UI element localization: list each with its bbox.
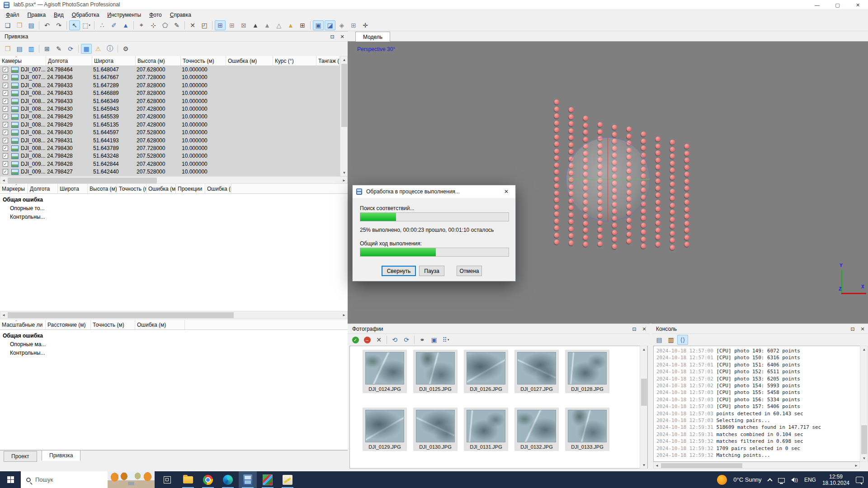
column-header[interactable]: Широта — [92, 56, 136, 66]
minimize-button[interactable]: — — [807, 0, 827, 10]
view-info-icon[interactable]: ⓘ — [104, 44, 115, 54]
column-header[interactable]: Точность (м) — [91, 320, 135, 329]
menu-tools[interactable]: Инструменты — [103, 11, 145, 19]
show-grid-icon[interactable]: ⊞ — [348, 20, 359, 30]
scroll-left-icon[interactable]: ◄ — [0, 311, 7, 319]
preview-icon[interactable]: ▣ — [429, 335, 439, 345]
camera-row[interactable]: ✓DJI_008...24.79843151.644193207.6280001… — [0, 137, 340, 145]
tab-model[interactable]: Модель — [355, 32, 390, 42]
tree-row[interactable]: Контрольны... — [10, 350, 45, 356]
navigation-icon[interactable]: ◈ — [336, 20, 347, 30]
camera-row[interactable]: ✓DJI_009...24.79842851.642844207.4280001… — [0, 160, 340, 168]
notification-center-icon[interactable] — [856, 477, 863, 483]
column-header[interactable]: Тангаж (°) — [316, 56, 340, 66]
column-header[interactable]: Ошибка (м) — [135, 320, 185, 329]
search-highlight-image[interactable] — [108, 471, 155, 488]
capture-reference-icon[interactable]: ▥ — [26, 44, 37, 54]
undo-icon[interactable]: ↶ — [42, 20, 52, 30]
tree-row[interactable]: Опорные ма... — [10, 341, 46, 347]
draw-polygon-icon[interactable]: ⬠ — [160, 20, 170, 30]
rotate-left-icon[interactable]: ⟲ — [389, 335, 400, 345]
camera-row[interactable]: ✓DJI_008...24.79842851.643248207.5280001… — [0, 152, 340, 160]
view-mesh-shaded-icon[interactable]: ▲ — [250, 20, 261, 30]
photo-thumbnail[interactable]: DJI_0132.JPG — [514, 408, 559, 451]
camera-checkbox[interactable]: ✓ — [3, 169, 8, 174]
camera-checkbox[interactable]: ✓ — [3, 67, 8, 72]
scripting-icon[interactable]: ⟨⟩ — [677, 335, 688, 345]
mesh-edit-icon[interactable]: ✐ — [108, 20, 119, 30]
network-icon[interactable] — [778, 478, 785, 483]
new-document-icon[interactable]: ❏ — [2, 20, 13, 30]
photoscan-button[interactable] — [239, 471, 257, 488]
camera-row[interactable]: ✓DJI_008...24.79843351.646349207.6280001… — [0, 98, 340, 105]
scroll-thumb[interactable] — [661, 463, 742, 468]
edit-pen-icon[interactable]: ✎ — [53, 44, 64, 54]
remove-photo-icon[interactable]: ✕ — [373, 335, 384, 345]
sketch-app-button[interactable] — [278, 471, 297, 488]
tray-expand-icon[interactable] — [767, 478, 772, 483]
column-header[interactable]: Точность (м) — [181, 56, 226, 66]
camera-checkbox[interactable]: ✓ — [3, 106, 8, 112]
column-header[interactable]: Камеры^ — [0, 56, 46, 66]
column-header[interactable]: Ошибка (м) — [226, 56, 273, 66]
camera-row[interactable]: ✓DJI_009...24.79842751.642440207.5280001… — [0, 168, 340, 176]
start-button[interactable] — [0, 471, 21, 488]
scroll-up-icon[interactable]: ▲ — [860, 346, 868, 352]
optimize-cameras-icon[interactable]: ▦ — [81, 44, 92, 54]
delete-icon[interactable]: ✕ — [187, 20, 198, 30]
scroll-down-icon[interactable]: ▼ — [640, 462, 648, 468]
file-explorer-button[interactable] — [179, 471, 197, 488]
tree-row[interactable]: Контрольны... — [10, 214, 45, 220]
dock-tab-привязка[interactable]: Привязка — [42, 450, 80, 461]
menu-file[interactable]: Файл — [2, 11, 24, 19]
view-cloud-class-icon[interactable]: ⊠ — [238, 20, 249, 30]
column-header[interactable]: Высота (м) — [88, 184, 117, 193]
menu-help[interactable]: Справка — [166, 11, 195, 19]
view-errors-icon[interactable]: ⚠ — [93, 44, 104, 54]
view-estimated-icon[interactable]: ⊞ — [42, 44, 52, 54]
menu-view[interactable]: Вид — [50, 11, 68, 19]
photo-thumbnail[interactable]: DJI_0128.JPG — [565, 350, 609, 393]
photo-thumbnail[interactable]: DJI_0133.JPG — [565, 408, 609, 451]
dialog-close-icon[interactable]: ✕ — [497, 185, 515, 198]
camera-checkbox[interactable]: ✓ — [3, 90, 8, 96]
scroll-left-icon[interactable]: ◄ — [0, 177, 7, 184]
photo-thumbnail[interactable]: DJI_0124.JPG — [363, 350, 407, 393]
scroll-thumb[interactable] — [8, 178, 157, 183]
photo-thumbnail[interactable]: DJI_0131.JPG — [464, 408, 508, 451]
camera-row[interactable]: ✓DJI_008...24.79843351.647289207.8280001… — [0, 82, 340, 89]
column-header[interactable]: Широта — [58, 184, 88, 193]
photo-thumbnail[interactable]: DJI_0129.JPG — [363, 408, 407, 451]
scroll-up-icon[interactable]: ▲ — [340, 56, 348, 63]
column-header[interactable]: Ошибка (м) — [146, 184, 176, 193]
crop-region-icon[interactable]: ◰ — [199, 20, 210, 30]
scroll-thumb[interactable] — [641, 379, 647, 406]
camera-row[interactable]: ✓DJI_007...24.79846451.648047207.6280001… — [0, 66, 340, 74]
settings-wrench-icon[interactable]: ⚙ — [120, 44, 131, 54]
binoculars-icon[interactable]: ⚭ — [417, 335, 428, 345]
task-view-button[interactable] — [158, 471, 176, 488]
speaker-icon[interactable]: )) — [791, 477, 798, 483]
save-icon[interactable]: ▤ — [26, 20, 37, 30]
camera-checkbox[interactable]: ✓ — [3, 145, 8, 151]
console-hscrollbar[interactable]: ◄ ► — [653, 462, 860, 469]
camera-checkbox[interactable]: ✓ — [3, 114, 8, 119]
scroll-thumb[interactable] — [861, 425, 867, 454]
photo-thumbnail[interactable]: DJI_0125.JPG — [413, 350, 458, 393]
tree-row[interactable]: Общая ошибка — [3, 333, 43, 339]
point-cloud-icon[interactable]: ∴ — [97, 20, 108, 30]
photo-thumbnail[interactable]: DJI_0127.JPG — [514, 350, 559, 393]
menu-workflow[interactable]: Обработка — [68, 11, 104, 19]
rotate-right-icon[interactable]: ⟳ — [401, 335, 412, 345]
console-vscrollbar[interactable]: ▲ ▼ — [860, 346, 868, 462]
column-header[interactable]: Курс (°) — [273, 56, 316, 66]
camera-row[interactable]: ✓DJI_008...24.79842951.645539207.4280001… — [0, 113, 340, 121]
clear-log-icon[interactable]: ▥ — [665, 335, 676, 345]
open-folder-icon[interactable]: ❒ — [14, 20, 25, 30]
show-cameras-icon[interactable]: ▣ — [313, 20, 324, 30]
column-header[interactable]: Долгота — [28, 184, 58, 193]
edge-button[interactable] — [219, 471, 237, 488]
photos-vscrollbar[interactable]: ▲ ▼ — [640, 346, 647, 469]
scroll-thumb[interactable] — [8, 312, 234, 318]
scroll-right-icon[interactable]: ► — [341, 311, 347, 319]
